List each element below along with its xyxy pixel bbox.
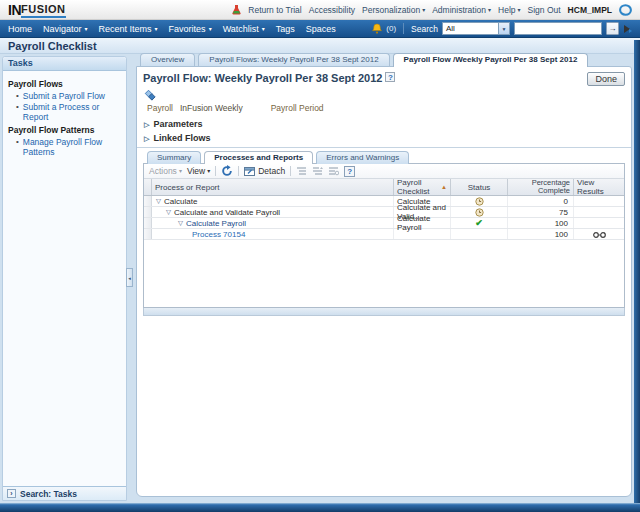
dropdown-arrow-icon: ▾ — [207, 168, 210, 174]
detach-button[interactable]: Detach — [244, 166, 285, 176]
view-results-glasses-icon[interactable] — [593, 231, 606, 238]
advanced-search-icon[interactable] — [623, 24, 632, 34]
column-status[interactable]: Status — [451, 179, 508, 195]
personalization-menu[interactable]: Personalization▾ — [362, 5, 425, 15]
menu-tags[interactable]: Tags — [276, 24, 295, 34]
tree-expanded-icon[interactable]: ▽ — [156, 198, 161, 205]
column-process-or-report[interactable]: Process or Report — [152, 179, 394, 195]
user-presence-icon[interactable] — [619, 4, 632, 16]
table-row[interactable]: ▽ Calculate and Validate Payroll Calcula… — [144, 207, 624, 218]
process-name-link[interactable]: Process 70154 — [192, 230, 245, 239]
process-name: Calculate — [164, 197, 197, 206]
heading-help-icon[interactable]: ? — [385, 72, 395, 82]
page-title: Payroll Checklist — [8, 40, 97, 52]
infusion-logo: INFUSION — [8, 2, 66, 18]
workarea-tab-bar: Overview Payroll Flows: Weekly Payroll P… — [140, 53, 588, 67]
menu-navigator[interactable]: Navigator▾ — [43, 24, 88, 34]
accessibility-link[interactable]: Accessibility — [309, 5, 355, 15]
tree-expanded-icon[interactable]: ▽ — [178, 220, 183, 227]
search-input[interactable] — [514, 22, 602, 35]
notifications-count: (0) — [386, 24, 396, 33]
expander-triangle-icon: ▷ — [144, 135, 149, 142]
table-row[interactable]: ▽ Calculate Calculate 0 — [144, 196, 624, 207]
current-username: HCM_IMPL — [568, 5, 612, 15]
bottom-frame-bar — [0, 503, 640, 512]
detail-tab-bar: Summary Processes and Reports Errors and… — [147, 151, 631, 163]
payroll-value: InFusion Weekly — [180, 103, 243, 113]
separator — [403, 23, 404, 34]
sidebar-splitter-collapse[interactable]: ◂ — [126, 268, 133, 287]
expand-icon[interactable]: › — [7, 489, 16, 498]
subtab-processes-and-reports[interactable]: Processes and Reports — [204, 151, 313, 164]
view-results-cell — [574, 196, 624, 206]
menu-favorites[interactable]: Favorites▾ — [169, 24, 212, 34]
return-to-trial-link[interactable]: Return to Trial — [248, 5, 301, 15]
subtab-errors-and-warnings[interactable]: Errors and Warnings — [316, 151, 409, 164]
sign-out-link[interactable]: Sign Out — [528, 5, 561, 15]
dropdown-arrow-icon: ▾ — [422, 7, 425, 13]
select-arrow-icon: ▼ — [498, 23, 509, 34]
notifications-bell-icon[interactable] — [372, 23, 382, 34]
view-menu-button[interactable]: View▾ — [187, 166, 210, 176]
sidebar-link-submit-process-or-report[interactable]: • Submit a Process or Report — [16, 102, 123, 122]
search-scope-select[interactable]: All ▼ — [442, 22, 510, 35]
linked-flows-expander[interactable]: ▷ Linked Flows — [137, 129, 631, 143]
table-toolbar: Actions▾ View▾ Detach ? — [144, 164, 624, 179]
status-complete-icon: ✔ — [475, 219, 483, 228]
tab-payroll-flow-weekly-active[interactable]: Payroll Flow /Weekly Payroll Per 38 Sept… — [393, 53, 589, 67]
process-name: Calculate and Validate Payroll — [174, 208, 280, 217]
sort-ascending-icon: ▲ — [441, 184, 447, 190]
view-results-cell — [574, 207, 624, 217]
tree-expanded-icon[interactable]: ▽ — [166, 209, 171, 216]
table-row[interactable]: Process 70154 100 — [144, 229, 624, 240]
view-results-cell — [574, 218, 624, 228]
row-header-cell — [144, 229, 152, 239]
administration-menu[interactable]: Administration▾ — [432, 5, 491, 15]
processes-table-box: Actions▾ View▾ Detach ? — [143, 163, 625, 308]
refresh-icon[interactable] — [221, 165, 233, 177]
go-up-icon — [296, 166, 307, 176]
search-label: Search — [411, 24, 438, 34]
parameters-expander[interactable]: ▷ Parameters — [137, 115, 631, 129]
section-divider — [137, 147, 631, 148]
menu-spaces[interactable]: Spaces — [306, 24, 336, 34]
process-name-link[interactable]: Calculate Payroll — [186, 219, 246, 228]
tab-overview[interactable]: Overview — [140, 53, 195, 66]
menu-watchlist[interactable]: Watchlist▾ — [223, 24, 265, 34]
percent-cell: 75 — [508, 207, 574, 217]
tasks-sidebar: Tasks Payroll Flows • Submit a Payroll F… — [2, 56, 127, 501]
subtab-summary[interactable]: Summary — [147, 151, 201, 164]
payroll-label: Payroll — [147, 103, 173, 113]
search-go-button[interactable]: → — [606, 22, 619, 35]
table-row[interactable]: ▽ Calculate Payroll Calculate Payroll ✔ … — [144, 218, 624, 229]
menu-recent-items[interactable]: Recent Items▾ — [99, 24, 158, 34]
sidebar-link-manage-payroll-flow-patterns[interactable]: • Manage Payroll Flow Patterns — [16, 137, 123, 157]
trial-flask-icon — [232, 4, 241, 15]
separator — [238, 166, 239, 176]
tab-payroll-flows-weekly[interactable]: Payroll Flows: Weekly Payroll Per 38 Sep… — [198, 53, 389, 66]
flow-diagram-icon[interactable] — [144, 89, 157, 102]
dropdown-arrow-icon: ▾ — [85, 26, 88, 32]
show-as-top-icon — [328, 166, 339, 176]
sidebar-link-submit-payroll-flow[interactable]: • Submit a Payroll Flow — [16, 91, 123, 101]
table-help-icon[interactable]: ? — [344, 166, 355, 177]
separator — [290, 166, 291, 176]
search-tasks-footer[interactable]: › Search: Tasks — [3, 486, 126, 500]
go-to-top-icon — [312, 166, 323, 176]
percent-cell: 100 — [508, 218, 574, 228]
row-header-cell — [144, 207, 152, 217]
dropdown-arrow-icon: ▾ — [209, 26, 212, 32]
checklist-cell: Calculate Payroll — [394, 218, 451, 228]
done-button[interactable]: Done — [587, 72, 625, 86]
payroll-flow-panel: Payroll Flow: Weekly Payroll Per 38 Sept… — [136, 66, 632, 497]
column-percentage-complete[interactable]: PercentageComplete — [508, 179, 574, 195]
utility-bar: INFUSION Return to Trial Accessibility P… — [0, 0, 640, 20]
column-view-results[interactable]: View Results — [574, 179, 624, 195]
payroll-period-label: Payroll Period — [271, 103, 324, 113]
actions-menu-button[interactable]: Actions▾ — [149, 166, 182, 176]
group-title-payroll-flow-patterns: Payroll Flow Patterns — [8, 125, 123, 135]
checklist-cell — [394, 229, 451, 239]
menu-home[interactable]: Home — [8, 24, 32, 34]
help-menu[interactable]: Help▾ — [498, 5, 521, 15]
column-payroll-checklist[interactable]: Payroll Checklist▲ — [394, 179, 451, 195]
